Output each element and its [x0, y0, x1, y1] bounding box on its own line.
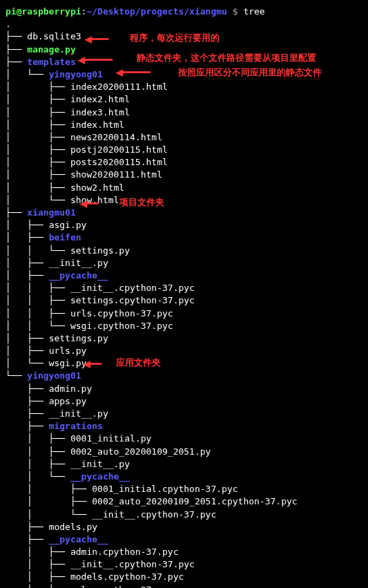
file-name: urls.py	[49, 345, 87, 356]
file-name: asgi.py	[49, 220, 87, 230]
tree-row: │ ├── 0001_initial.cpython-37.pyc	[6, 483, 362, 495]
arrow-icon: ◀━━	[84, 358, 101, 370]
directory-name: beifen	[49, 232, 81, 243]
tree-row: │ ├── news20200114.html	[6, 131, 362, 144]
tree-row: └── yingyong01	[6, 370, 362, 382]
directory-name: __pycache__	[49, 270, 108, 281]
file-name: 0002_auto_20200109_2051.py	[70, 446, 211, 457]
annotation-label: 应用文件夹	[116, 357, 161, 369]
directory-name: __pycache__	[70, 471, 130, 482]
tree-row: │ ├── show20200111.html	[6, 169, 362, 181]
prompt-path: ~/Desktop/progects/xiangmu	[86, 6, 227, 17]
arrow-icon: ◀━━━━━	[116, 66, 151, 79]
tree-row: │ ├── index2.html	[6, 93, 362, 106]
tree-row: .	[6, 18, 362, 30]
file-name: urls.cpython-37.pyc	[70, 308, 173, 319]
file-name: admin.cpython-37.pyc	[70, 547, 179, 557]
tree-row: │ ├── __init__.py	[6, 257, 362, 269]
file-name: admin.py	[49, 383, 93, 394]
directory-name: yingyong01	[27, 370, 81, 381]
tree-row: │ ├── __init__.py	[6, 458, 362, 471]
tree-row: ├── migrations	[6, 420, 362, 433]
arrow-icon: ◀━━━	[85, 33, 108, 46]
file-name: show2.html	[70, 182, 124, 193]
tree-row: │ │ ├── settings.cpython-37.pyc	[6, 294, 362, 307]
file-name: __init__.cpython-37.pyc	[70, 559, 195, 569]
tree-row: │ ├── __pycache__	[6, 269, 362, 282]
file-name: index.html	[70, 120, 124, 130]
tree-row: │ │ └── wsgi.cpython-37.pyc	[6, 320, 362, 332]
file-name: apps.py	[49, 396, 87, 406]
tree-row: ├── admin.py	[6, 383, 362, 395]
annotation-label: 程序，每次运行要用的	[130, 32, 220, 44]
file-name: __init__.py	[49, 408, 108, 419]
tree-row: │ ├── urls.cpython-37.pyc	[6, 584, 362, 588]
tree-row: │ ├── postj20200115.html	[6, 144, 362, 156]
tree-row: │ └── __init__.cpython-37.pyc	[6, 509, 362, 521]
tree-row: │ │ ├── __init__.cpython-37.pyc	[6, 282, 362, 294]
tree-row: │ ├── settings.py	[6, 332, 362, 345]
tree-row: ├── apps.py	[6, 395, 362, 408]
file-name: postj20200115.html	[70, 144, 168, 155]
tree-row: │ └── __pycache__	[6, 471, 362, 483]
file-name: index20200111.html	[70, 82, 168, 92]
file-name: settings.py	[49, 333, 108, 343]
directory-name: migrations	[49, 421, 103, 431]
tree-row: │ ├── asgi.py	[6, 219, 362, 231]
prompt-user: pi@raspberrypi	[6, 6, 81, 17]
file-name: models.cpython-37.pyc	[70, 571, 184, 582]
tree-row: │ │ └── settings.py	[6, 245, 362, 257]
executable-name: manage.py	[27, 44, 75, 55]
tree-row: │ └── wsgi.py	[6, 357, 362, 370]
file-name: settings.cpython-37.pyc	[70, 295, 195, 305]
tree-row: │ ├── __init__.cpython-37.pyc	[6, 558, 362, 571]
tree-row: │ ├── show2.html	[6, 182, 362, 194]
file-name: db.sqlite3	[27, 31, 81, 41]
file-name: __init__.py	[49, 258, 108, 268]
tree-row: ├── __init__.py	[6, 408, 362, 420]
file-name: show20200111.html	[70, 169, 162, 180]
annotation-label: 静态文件夹，这个文件路径需要从项目里配置	[137, 52, 316, 64]
file-name: wsgi.py	[49, 358, 87, 368]
tree-row: │ ├── beifen	[6, 231, 362, 244]
tree-row: │ │ ├── urls.cpython-37.pyc	[6, 307, 362, 320]
file-name: models.py	[49, 522, 97, 532]
tree-row: │ ├── index20200111.html	[6, 81, 362, 93]
tree-row: ├── __pycache__	[6, 533, 362, 546]
tree-row: ├── models.py	[6, 521, 362, 533]
directory-name: templates	[27, 57, 75, 67]
arrow-icon: ◀━━━━━	[78, 54, 113, 66]
tree-output: .├── db.sqlite3├── manage.py├── template…	[6, 18, 362, 588]
file-name: news20200114.html	[70, 132, 162, 142]
file-name: 0001_initial.py	[70, 433, 151, 444]
tree-row: │ ├── 0002_auto_20200109_2051.py	[6, 446, 362, 458]
file-name: 0001_initial.cpython-37.pyc	[92, 484, 238, 494]
file-name: index2.html	[70, 94, 130, 104]
tree-row: │ ├── posts20200115.html	[6, 156, 362, 169]
tree-row: │ ├── urls.py	[6, 345, 362, 357]
tree-row: │ ├── index3.html	[6, 106, 362, 119]
annotation-label: 按照应用区分不同应用里的静态文件	[178, 66, 322, 79]
tree-row: │ └── show.html	[6, 194, 362, 207]
arrow-icon: ◀━━	[80, 198, 98, 210]
directory-name: xiangmu01	[27, 207, 75, 218]
tree-row: │ ├── 0002_auto_20200109_2051.cpython-37…	[6, 495, 362, 508]
tree-row: │ ├── admin.cpython-37.pyc	[6, 546, 362, 558]
tree-row: │ ├── models.cpython-37.pyc	[6, 571, 362, 583]
directory-name: __pycache__	[49, 534, 108, 544]
file-name: index3.html	[70, 107, 130, 117]
file-name: wsgi.cpython-37.pyc	[70, 321, 173, 331]
tree-row: ├── xiangmu01	[6, 207, 362, 219]
tree-row: │ ├── 0001_initial.py	[6, 433, 362, 445]
file-name: __init__.cpython-37.pyc	[92, 509, 216, 520]
tree-row: │ ├── index.html	[6, 119, 362, 131]
annotation-label: 项目文件夹	[119, 196, 164, 209]
file-name: urls.cpython-37.pyc	[70, 585, 173, 588]
shell-prompt: pi@raspberrypi:~/Desktop/progects/xiangm…	[6, 6, 362, 18]
command[interactable]: tree	[243, 6, 264, 17]
file-name: settings.py	[70, 245, 130, 256]
file-name: 0002_auto_20200109_2051.cpython-37.pyc	[92, 496, 297, 506]
file-name: __init__.cpython-37.pyc	[70, 283, 195, 293]
directory-name: yingyong01	[49, 69, 103, 79]
file-name: posts20200115.html	[70, 157, 168, 167]
